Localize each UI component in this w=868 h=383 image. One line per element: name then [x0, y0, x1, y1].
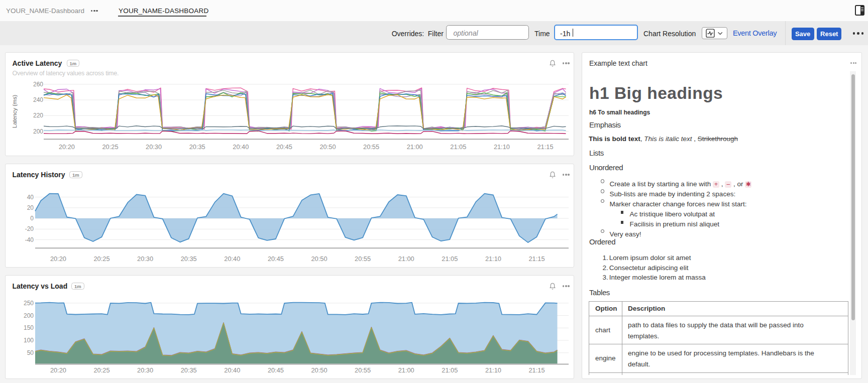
svg-text:200: 200	[33, 128, 43, 135]
svg-text:20:50: 20:50	[311, 255, 327, 263]
svg-text:20:40: 20:40	[233, 143, 249, 151]
svg-text:20:35: 20:35	[181, 255, 197, 263]
svg-text:21:10: 21:10	[485, 366, 501, 374]
svg-text:20:40: 20:40	[224, 255, 240, 263]
svg-text:20:30: 20:30	[146, 143, 162, 151]
svg-text:20: 20	[27, 204, 34, 211]
svg-text:20:20: 20:20	[59, 143, 75, 151]
svg-text:20:30: 20:30	[137, 366, 153, 374]
svg-text:0: 0	[30, 215, 34, 222]
svg-text:Latency (ms): Latency (ms)	[12, 95, 18, 129]
svg-text:250: 250	[24, 300, 34, 307]
svg-text:20:35: 20:35	[189, 143, 205, 151]
svg-text:21:10: 21:10	[494, 143, 510, 151]
svg-text:20:55: 20:55	[355, 366, 371, 374]
svg-text:200: 200	[24, 312, 34, 319]
svg-text:150: 150	[24, 324, 34, 331]
svg-text:21:00: 21:00	[407, 143, 423, 151]
svg-text:20:35: 20:35	[181, 366, 197, 374]
svg-text:20:45: 20:45	[268, 366, 284, 374]
svg-text:20:50: 20:50	[319, 143, 336, 151]
svg-text:21:15: 21:15	[537, 143, 553, 151]
svg-text:20:25: 20:25	[93, 366, 110, 374]
svg-text:21:05: 21:05	[450, 143, 466, 151]
svg-text:20:25: 20:25	[102, 143, 118, 151]
svg-text:20:50: 20:50	[311, 366, 327, 374]
svg-text:220: 220	[33, 112, 43, 119]
svg-text:20:55: 20:55	[355, 255, 371, 263]
svg-text:240: 240	[33, 96, 43, 103]
svg-text:20:25: 20:25	[93, 255, 110, 263]
svg-text:21:10: 21:10	[485, 255, 501, 263]
svg-text:-40: -40	[25, 236, 34, 243]
svg-text:100: 100	[24, 337, 34, 344]
svg-text:20:20: 20:20	[50, 255, 66, 263]
svg-text:20:40: 20:40	[224, 366, 240, 374]
svg-text:21:00: 21:00	[398, 366, 414, 374]
svg-text:21:05: 21:05	[442, 255, 458, 263]
svg-text:21:00: 21:00	[398, 255, 414, 263]
svg-text:20:45: 20:45	[276, 143, 292, 151]
svg-text:20:30: 20:30	[137, 255, 153, 263]
svg-text:20:55: 20:55	[363, 143, 379, 151]
svg-text:40: 40	[27, 194, 34, 201]
svg-text:21:15: 21:15	[528, 255, 545, 263]
svg-text:20:45: 20:45	[268, 255, 284, 263]
svg-text:-20: -20	[25, 225, 34, 232]
svg-text:21:15: 21:15	[528, 366, 545, 374]
svg-text:21:05: 21:05	[442, 366, 458, 374]
svg-text:20:20: 20:20	[50, 366, 66, 374]
svg-text:260: 260	[33, 81, 43, 88]
svg-text:50: 50	[27, 349, 34, 356]
